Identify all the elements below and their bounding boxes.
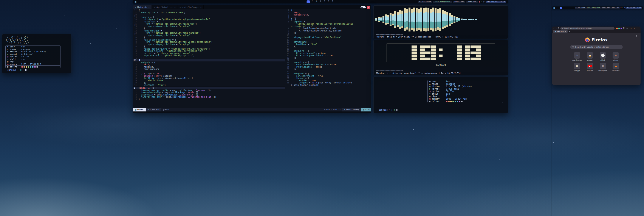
- token: ;: [316, 79, 317, 82]
- fetch-label-text: colors: [432, 100, 440, 103]
- wave-low: [413, 22, 415, 29]
- network-latency-module[interactable]: Home: 8ms: [453, 1, 465, 3]
- terminal-fastfetch-left[interactable]: / \/ (_) _/ \/ / / /\ \ /\ / \ \/ \/ /\ …: [2, 34, 72, 73]
- battery-module[interactable]: Bat: 100: [611, 7, 620, 9]
- tab-pkgs-default[interactable]: ❄ pkgs/default... ×: [152, 6, 178, 9]
- shortcut-github[interactable]: github: [598, 52, 608, 61]
- volume-icon[interactable]: ♪: [622, 7, 623, 9]
- minimize-button[interactable]: —: [626, 27, 628, 29]
- clock-module[interactable]: Thu Aug 08, 18:18: [486, 1, 506, 3]
- volume-icon[interactable]: ♪: [481, 1, 482, 3]
- menu-icon[interactable]: ☰: [623, 27, 624, 30]
- clock-cell: [439, 46, 442, 48]
- tab-new-tab[interactable]: New Tab ×: [553, 30, 568, 33]
- start-search-input[interactable]: Search with Google or enter address: [570, 45, 623, 49]
- shortcut-amazon[interactable]: aamazon: [585, 52, 595, 61]
- gpu-module[interactable]: GPU: Integrated: [433, 1, 452, 3]
- shortcut-cloudflare[interactable]: ☁cloudflare: [611, 63, 620, 72]
- close-button[interactable]: ×: [634, 27, 635, 29]
- clock-cell: [476, 46, 481, 48]
- line-number: 27: [285, 73, 291, 75]
- workspace-2[interactable]: 2: [310, 1, 314, 3]
- terminal-visualizer[interactable]: =====================> Playing: ffee for…: [374, 6, 508, 39]
- network-latency-module[interactable]: Home: 6ms: [602, 7, 611, 9]
- tab-close-icon[interactable]: ×: [148, 6, 150, 9]
- app-grid-icon[interactable]: ▦: [134, 0, 136, 4]
- token: }: [138, 98, 140, 100]
- network-icon[interactable]: ⇄: [624, 7, 625, 9]
- pane-flake-nix[interactable]: 22{21 description = "tux's NixOS Flake";…: [133, 9, 285, 86]
- tab-close-icon[interactable]: ×: [200, 6, 202, 9]
- shortcut-chatgpt[interactable]: ❋chatgpt: [572, 63, 582, 72]
- workspace-1[interactable]: 1: [560, 7, 562, 9]
- extension-icon-purple[interactable]: [620, 28, 622, 29]
- extension-icon-orange[interactable]: [616, 28, 618, 29]
- now-playing: Playing: d (coffee for your head) ** ♫ b…: [376, 72, 461, 74]
- shortcut-youtube[interactable]: ▶youtube: [585, 63, 595, 72]
- clock-cell: [457, 58, 462, 60]
- personalize-gear-icon[interactable]: ⚙: [636, 35, 638, 37]
- wave-base: [376, 21, 377, 21]
- pane-pkgs-default-nix[interactable]: 1{pkgs, ...}: {1 tux-awesome-wm-config =…: [133, 86, 285, 108]
- fetch-value: 1: [444, 95, 447, 98]
- workspace-5[interactable]: 5: [323, 1, 326, 3]
- gpu-module[interactable]: GPU: Integrated: [586, 7, 601, 9]
- battery-module[interactable]: Bat: 100: [466, 1, 478, 3]
- shell-prompt[interactable]: →canopus~))): [376, 109, 398, 111]
- workspace-3[interactable]: 3: [315, 1, 318, 3]
- workspace-6[interactable]: 6: [327, 1, 330, 3]
- token: modulesPath: [294, 14, 308, 16]
- nix-file-icon: ❄: [148, 109, 149, 111]
- network-icon[interactable]: ⇄: [483, 1, 484, 3]
- extension-icon-teal[interactable]: [618, 28, 620, 29]
- palette-icon: ◧: [429, 100, 431, 103]
- reload-icon[interactable]: ↻: [558, 27, 560, 30]
- workspace-1[interactable]: 1: [306, 1, 310, 3]
- pin-toggle[interactable]: [360, 6, 366, 9]
- new-tab-button[interactable]: +: [569, 30, 570, 33]
- color-dot: [461, 101, 462, 102]
- clock-cell: [457, 46, 462, 48]
- url-bar[interactable]: Search with Google or enter address: [560, 27, 614, 30]
- power-icon[interactable]: ◉: [620, 7, 622, 9]
- token: }: {: [152, 87, 157, 89]
- power-profile-module[interactable]: P: Balanced: [575, 7, 586, 9]
- tab-close-icon[interactable]: ×: [174, 6, 176, 9]
- tab-hosts-isoimage[interactable]: ❄ hosts/isoImag.. ×: [178, 6, 204, 9]
- pane-iso-image-nix[interactable]: 1{2 pkgs,3 modulesPath,4 ...5}: {6 impor…: [285, 9, 371, 108]
- token: [138, 50, 144, 52]
- search-icon: [572, 46, 574, 48]
- command-line[interactable]: [133, 111, 371, 113]
- clock-module[interactable]: Thu Aug 08, 18:18: [626, 7, 642, 9]
- close-window-button[interactable]: ×: [367, 6, 370, 9]
- power-profile-module[interactable]: P: Balanced: [418, 1, 432, 3]
- fetch-row: ⚙kernel6.9.8-zen1: [6, 53, 60, 56]
- app-grid-icon[interactable]: ▦: [554, 7, 555, 9]
- power-icon[interactable]: ◉: [479, 1, 480, 3]
- token: rtkit.enable: [296, 66, 312, 68]
- maximize-button[interactable]: □: [630, 27, 632, 29]
- code-line: 21 description = "tux's NixOS Flake";: [133, 12, 285, 14]
- workspace-7[interactable]: 7: [331, 1, 334, 3]
- wave-base: [437, 27, 439, 30]
- shortcut-chat.openai[interactable]: ❋chat.openai: [598, 63, 608, 72]
- tab-flake-nix[interactable]: ❄ flake.nix ×: [133, 6, 152, 9]
- back-icon[interactable]: ←: [554, 27, 555, 30]
- seven-segment-clock: [386, 44, 495, 62]
- workspace-4[interactable]: 4: [319, 1, 322, 3]
- claude-glyph: ✳: [614, 54, 617, 57]
- statusline-right: ⚙ LSP ~ null-ls ❄ nixos-config ☰ 17 %: [323, 108, 371, 111]
- line-number: 15: [133, 25, 138, 28]
- shortcut-search.nixos[interactable]: ❄search.nixos: [572, 52, 582, 61]
- terminal-fastfetch-right[interactable]: ☻usertux⌂hnamecanopus❄distroNixOS 24.11 …: [374, 77, 508, 113]
- shortcut-claude[interactable]: ✳claude: [611, 52, 620, 61]
- token: "nixpkgs": [179, 34, 190, 37]
- line-number: 4: [133, 96, 138, 98]
- shortcut-label: search.nixos: [572, 59, 582, 61]
- terminal-clock[interactable]: 08/08/24 =====================> Playing:…: [374, 40, 508, 75]
- tab-close-icon[interactable]: ×: [564, 31, 566, 33]
- code-line: 7 inputs.nixpkgs.follows = "nixpkgs";: [133, 43, 285, 46]
- token: =: [150, 23, 154, 25]
- shell-prompt[interactable]: →canopus~))): [5, 69, 26, 71]
- forward-icon[interactable]: →: [556, 27, 557, 30]
